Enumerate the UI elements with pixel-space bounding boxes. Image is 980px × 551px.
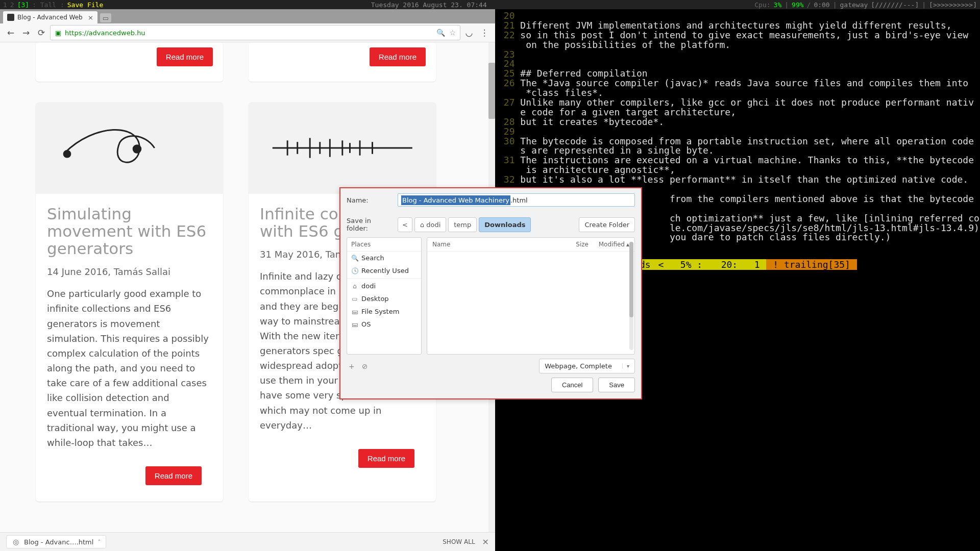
download-item[interactable]: ◎ Blog - Advanc….html ˄ <box>6 535 106 548</box>
editor-line[interactable]: 21 Different JVM implementations and arc… <box>498 21 977 31</box>
places-item-recently-used[interactable]: 🕓Recently Used <box>347 264 421 277</box>
workspace-2[interactable]: 2 <box>10 1 14 9</box>
favicon-icon <box>7 14 14 21</box>
reload-button[interactable]: ⟳ <box>35 26 48 39</box>
url-text: https://advancedweb.hu <box>65 29 145 37</box>
save-file-dialog: Name: Blog - Advanced Web Machinery.html… <box>339 187 642 399</box>
breadcrumb-downloads[interactable]: Downloads <box>479 217 531 232</box>
load-avg: 0:00 <box>814 1 829 9</box>
post-meta: 14 June 2016, Tamás Sallai <box>47 266 212 277</box>
address-bar[interactable]: ▣ https://advancedweb.hu 🔍 ☆ <box>50 25 460 40</box>
top-status-bar: 1 2 [3] : Tall : Save File Tuesday 2016 … <box>0 0 980 9</box>
editor-line[interactable]: on the possibilities of the platform. <box>498 40 977 50</box>
editor-line[interactable]: 28 but it creates *bytecode*. <box>498 117 977 127</box>
extra-bars: [>>>>>>>>>>] <box>929 1 977 9</box>
place-icon: 🖴 <box>351 321 358 328</box>
column-header-size[interactable]: Size <box>563 241 589 248</box>
place-icon: 🔍 <box>351 255 358 262</box>
chevron-up-icon[interactable]: ˄ <box>97 539 101 545</box>
places-header: Places <box>347 238 421 252</box>
search-in-omnibox-icon[interactable]: 🔍 <box>436 29 445 37</box>
places-item-search[interactable]: 🔍Search <box>347 252 421 264</box>
post-card-upper-right: Read more <box>249 42 436 82</box>
bookmark-star-icon[interactable]: ☆ <box>449 29 456 37</box>
editor-line[interactable]: e code for a given target architecture, <box>498 108 977 117</box>
workspace-3-active[interactable]: [3] <box>17 1 29 9</box>
places-item-os[interactable]: 🖴OS <box>347 318 421 331</box>
scrollbar-thumb[interactable] <box>488 63 495 119</box>
place-icon: 🕓 <box>351 267 358 274</box>
statusline-cursor-pos: 20: 1 <box>709 259 766 270</box>
gateway-label: gateway <box>840 1 868 9</box>
breadcrumb-dodi[interactable]: ⌂ dodi <box>414 217 446 232</box>
tab-title: Blog - Advanced Web <box>17 14 85 21</box>
browser-toolbar: ← → ⟳ ▣ https://advancedweb.hu 🔍 ☆ ◡ ⋮ <box>0 23 495 42</box>
file-list-scrollbar[interactable] <box>629 242 633 350</box>
cancel-button[interactable]: Cancel <box>551 378 593 392</box>
back-button[interactable]: ← <box>4 26 17 39</box>
workspace-1[interactable]: 1 <box>3 1 7 9</box>
breadcrumb-temp[interactable]: temp <box>448 217 477 232</box>
clock: Tuesday 2016 August 23. 07:44 <box>371 1 487 9</box>
column-header-modified[interactable]: Modified ▴ <box>589 241 629 248</box>
statusline-trailing-warning: ! trailing[35] <box>766 259 856 270</box>
tab-blog[interactable]: Blog - Advanced Web × <box>3 11 97 23</box>
place-icon: ⌂ <box>351 283 358 290</box>
post-thumbnail <box>36 102 223 194</box>
editor-line[interactable]: 29 <box>498 127 977 137</box>
place-icon: ▭ <box>351 295 358 303</box>
remove-bookmark-button[interactable]: ⊘ <box>362 362 368 370</box>
download-filename: Blog - Advanc….html <box>24 538 93 546</box>
tab-close-icon[interactable]: × <box>88 14 93 21</box>
download-shelf: ◎ Blog - Advanc….html ˄ SHOW ALL ✕ <box>0 532 495 551</box>
save-button[interactable]: Save <box>598 378 635 392</box>
save-in-folder-label: Save in folder: <box>347 217 393 232</box>
mem-pct: 99% <box>792 1 803 9</box>
read-more-button[interactable]: Read more <box>145 466 202 485</box>
chevron-down-icon: ▾ <box>622 363 629 369</box>
post-excerpt: One particularly good example to infinit… <box>47 286 212 450</box>
editor-line[interactable]: 32 but it's also a lot **less performant… <box>498 175 977 185</box>
tab-strip: Blog - Advanced Web × ▭ <box>0 9 495 23</box>
cpu-label: Cpu: <box>754 1 770 9</box>
home-icon: ⌂ <box>420 221 424 229</box>
gateway-bars: [///////---] <box>871 1 919 9</box>
place-icon: 🖴 <box>351 308 358 315</box>
filename-input[interactable]: Blog - Advanced Web Machinery.html <box>398 193 635 207</box>
file-type-dropdown[interactable]: Webpage, Complete ▾ <box>539 359 635 373</box>
statusline-position-pct: < 5% : <box>657 259 709 270</box>
filename-label: Name: <box>347 196 393 204</box>
close-shelf-icon[interactable]: ✕ <box>482 537 489 547</box>
post-card-upper-left: Read more <box>36 42 223 82</box>
places-item-desktop[interactable]: ▭Desktop <box>347 292 421 305</box>
create-folder-button[interactable]: Create Folder <box>579 217 635 232</box>
lock-icon: ▣ <box>55 29 62 36</box>
post-thumbnail <box>249 102 436 194</box>
post-card: Simulating movement with ES6 generators … <box>36 102 223 502</box>
breadcrumb-back-button[interactable]: < <box>398 217 412 232</box>
places-item-file-system[interactable]: 🖴File System <box>347 305 421 318</box>
read-more-button[interactable]: Read more <box>358 449 414 468</box>
filename-extension: .html <box>510 196 528 204</box>
places-item-dodi[interactable]: ⌂dodi <box>347 280 421 292</box>
post-title[interactable]: Simulating movement with ES6 generators <box>47 205 212 257</box>
show-all-downloads[interactable]: SHOW ALL <box>443 538 475 545</box>
pocket-icon[interactable]: ◡ <box>462 26 476 39</box>
html-file-icon: ◎ <box>12 538 20 546</box>
editor-line[interactable]: 22 so in this post I don't intend to giv… <box>498 31 977 40</box>
forward-button[interactable]: → <box>19 26 33 39</box>
editor-line[interactable]: 23 <box>498 50 977 60</box>
column-header-name[interactable]: Name <box>432 241 563 248</box>
svg-point-1 <box>132 144 141 154</box>
new-tab-button[interactable]: ▭ <box>100 13 111 22</box>
cpu-pct: 3% <box>774 1 782 9</box>
browser-menu-icon[interactable]: ⋮ <box>478 26 491 39</box>
add-bookmark-button[interactable]: + <box>349 362 355 370</box>
read-more-button[interactable]: Read more <box>157 47 213 66</box>
wm-window-title: Save File <box>67 1 103 9</box>
svg-point-0 <box>63 150 71 158</box>
file-type-label: Webpage, Complete <box>545 362 612 370</box>
read-more-button[interactable]: Read more <box>370 47 426 66</box>
places-panel: Places 🔍Search🕓Recently Used⌂dodi▭Deskto… <box>347 237 422 355</box>
file-list-panel[interactable]: Name Size Modified ▴ <box>427 237 635 355</box>
